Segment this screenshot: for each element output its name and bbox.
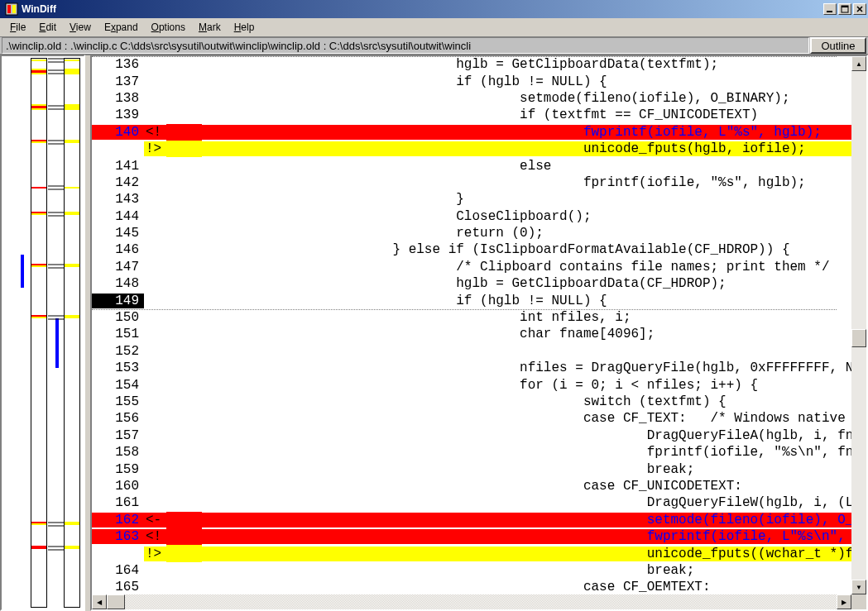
code-row[interactable]: !> unicode_fputs((wchar_t *)fname xyxy=(92,545,851,561)
overview-diff-bar xyxy=(65,60,79,61)
code-text: char fname[4096]; xyxy=(202,327,851,341)
scroll-left-button[interactable]: ◀ xyxy=(92,594,107,609)
code-text: unicode_fputs(hglb, iofile); xyxy=(202,141,851,156)
overview-pane[interactable] xyxy=(0,55,85,611)
line-number: 160 xyxy=(92,479,144,494)
horizontal-scrollbar[interactable]: ◀ ▶ xyxy=(92,594,851,609)
code-row[interactable]: !> unicode_fputs(hglb, iofile); xyxy=(92,141,851,157)
code-row[interactable]: 157 DragQueryFileA(hglb, i, fname, xyxy=(92,427,851,444)
line-number: 152 xyxy=(92,344,144,359)
code-row[interactable]: 137 if (hglb != NULL) { xyxy=(92,73,851,89)
menu-edit[interactable]: Edit xyxy=(32,20,63,35)
code-row[interactable]: 146 } else if (IsClipboardFormatAvailabl… xyxy=(92,241,851,258)
code-row[interactable]: 151 char fname[4096]; xyxy=(92,326,851,342)
menu-file[interactable]: File xyxy=(3,20,32,35)
code-row[interactable]: 139 if (textfmt == CF_UNICODETEXT) xyxy=(92,107,851,123)
line-number: 149 xyxy=(92,294,144,308)
code-text: DragQueryFileA(hglb, i, fname, xyxy=(202,428,851,443)
close-button[interactable] xyxy=(853,3,866,15)
code-row[interactable]: 149 if (hglb != NULL) { xyxy=(92,292,851,308)
code-row[interactable]: 144 CloseClipboard(); xyxy=(92,208,851,225)
hscroll-thumb[interactable] xyxy=(107,594,125,609)
code-text: break; xyxy=(202,462,851,477)
code-row[interactable]: 140<! fwprintf(iofile, L"%s", hglb); xyxy=(92,124,851,141)
maximize-button[interactable] xyxy=(838,3,851,15)
row-gap xyxy=(166,427,202,444)
row-gap xyxy=(166,191,202,208)
code-row[interactable]: 162<- setmode(fileno(iofile), O_BINAI xyxy=(92,512,851,528)
row-gap xyxy=(166,157,202,174)
vertical-scrollbar[interactable]: ▲ ▼ xyxy=(851,56,866,594)
code-row[interactable]: 160 case CF_UNICODETEXT: xyxy=(92,478,851,494)
row-gap xyxy=(166,275,202,292)
overview-diff-bar xyxy=(65,546,79,549)
line-number: 164 xyxy=(92,563,144,578)
code-row[interactable]: 145 return (0); xyxy=(92,225,851,241)
row-gap xyxy=(166,90,202,107)
row-gap xyxy=(166,562,202,579)
code-row[interactable]: 165 case CF_OEMTEXT: xyxy=(92,579,851,594)
code-row[interactable]: 152 xyxy=(92,343,851,360)
menu-options[interactable]: Options xyxy=(145,20,192,35)
code-row[interactable]: 153 nfiles = DragQueryFile(hglb, 0xFFFFF… xyxy=(92,360,851,376)
scroll-up-button[interactable]: ▲ xyxy=(851,56,866,71)
code-row[interactable]: 158 fprintf(iofile, "%s\n", fname) xyxy=(92,444,851,461)
row-gap xyxy=(166,478,202,494)
code-text: setmode(fileno(iofile), O_BINARY); xyxy=(202,91,851,106)
overview-left-column[interactable] xyxy=(31,58,47,608)
overview-diff-bar xyxy=(31,140,46,141)
line-number: 165 xyxy=(92,580,144,594)
line-number: 144 xyxy=(92,209,144,224)
overview-right-column[interactable] xyxy=(64,58,80,608)
line-number: 142 xyxy=(92,175,144,190)
dotted-top xyxy=(92,56,837,57)
outline-button[interactable]: Outline xyxy=(810,37,866,54)
overview-diff-bar xyxy=(65,264,79,267)
menu-view[interactable]: View xyxy=(63,20,98,35)
code-row[interactable]: 155 switch (textfmt) { xyxy=(92,394,851,410)
row-gap xyxy=(166,73,202,89)
code-area[interactable]: 136 hglb = GetClipboardData(textfmt);137… xyxy=(92,56,851,594)
code-text: if (textfmt == CF_UNICODETEXT) xyxy=(202,107,851,122)
code-row[interactable]: 161 DragQueryFileW(hglb, i, (LPWSTI xyxy=(92,494,851,511)
vscroll-thumb[interactable] xyxy=(851,329,866,347)
code-row[interactable]: 147 /* Clipboard contains file names; pr… xyxy=(92,259,851,275)
code-text: fwprintf(iofile, L"%s\n", fnam xyxy=(202,529,851,544)
code-row[interactable]: 136 hglb = GetClipboardData(textfmt); xyxy=(92,56,851,73)
code-row[interactable]: 142 fprintf(iofile, "%s", hglb); xyxy=(92,174,851,191)
code-text: if (hglb != NULL) { xyxy=(202,74,851,89)
code-row[interactable]: 148 hglb = GetClipboardData(CF_HDROP); xyxy=(92,275,851,292)
minimize-button[interactable] xyxy=(823,3,837,15)
code-row[interactable]: 163<! fwprintf(iofile, L"%s\n", fnam xyxy=(92,528,851,545)
line-number: 156 xyxy=(92,411,144,426)
dotted-cursor xyxy=(92,309,837,310)
code-row[interactable]: 156 case CF_TEXT: /* Windows native */ xyxy=(92,410,851,427)
scroll-right-button[interactable]: ▶ xyxy=(837,594,851,609)
app-icon xyxy=(5,2,18,16)
row-gap xyxy=(166,376,202,393)
code-text: else xyxy=(202,159,851,174)
line-number: 138 xyxy=(92,91,144,106)
code-text: break; xyxy=(202,563,851,578)
menu-help[interactable]: Help xyxy=(228,20,261,35)
code-row[interactable]: 164 break; xyxy=(92,562,851,579)
code-text: case CF_TEXT: /* Windows native */ xyxy=(202,411,851,426)
code-row[interactable]: 141 else xyxy=(92,157,851,174)
line-number: 140 xyxy=(92,125,144,140)
code-row[interactable]: 143 } xyxy=(92,191,851,208)
scroll-down-button[interactable]: ▼ xyxy=(851,580,866,594)
menu-mark[interactable]: Mark xyxy=(192,20,228,35)
code-text: int nfiles, i; xyxy=(202,310,851,325)
row-gap xyxy=(166,579,202,594)
line-number: 154 xyxy=(92,378,144,393)
code-row[interactable]: 154 for (i = 0; i < nfiles; i++) { xyxy=(92,376,851,393)
code-row[interactable]: 150 int nfiles, i; xyxy=(92,309,851,326)
file-path-box[interactable]: .\winclip.old : .\winclip.c C:\dds\src\s… xyxy=(2,37,809,54)
menu-expand[interactable]: Expand xyxy=(98,20,145,35)
code-row[interactable]: 159 break; xyxy=(92,461,851,477)
line-number: 146 xyxy=(92,242,144,257)
code-text: fprintf(iofile, "%s", hglb); xyxy=(202,175,851,190)
row-gap xyxy=(166,292,202,308)
code-text: setmode(fileno(iofile), O_BINAI xyxy=(202,513,851,527)
code-row[interactable]: 138 setmode(fileno(iofile), O_BINARY); xyxy=(92,90,851,107)
